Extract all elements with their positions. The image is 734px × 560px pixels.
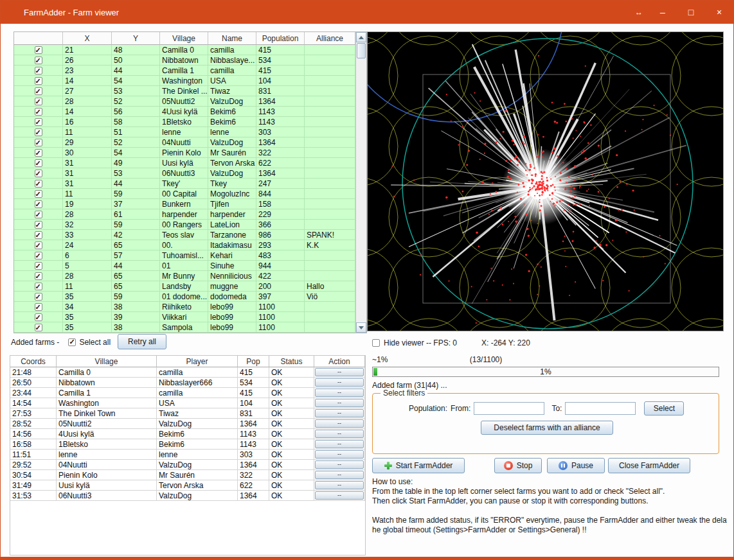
cell-village[interactable]: harpender [160, 209, 208, 220]
cell-name[interactable]: lebo99 [208, 302, 256, 312]
row-action-button[interactable]: -- [315, 389, 364, 397]
stop-button[interactable]: Stop [494, 458, 542, 473]
cell-alliance[interactable] [305, 107, 355, 117]
cell-pop[interactable]: 1143 [238, 429, 269, 439]
table-row[interactable]: 2753The Dinkel ...Tiwaz831 [14, 86, 355, 96]
cell-y[interactable]: 49 [112, 158, 160, 168]
cell-name[interactable]: Tarzanone [208, 230, 256, 240]
cell-x[interactable]: 35 [63, 292, 112, 302]
pause-button[interactable]: Pause [547, 458, 605, 473]
cell-population[interactable]: 1100 [256, 322, 305, 333]
table-row[interactable]: 3438Riihiketolebo991100 [14, 302, 355, 312]
cell-y[interactable]: 52 [112, 96, 160, 107]
row-checkbox[interactable] [35, 313, 42, 321]
cell-y[interactable]: 54 [112, 148, 160, 158]
row-checkbox[interactable] [35, 87, 42, 95]
cell-status[interactable]: OK [269, 450, 314, 460]
cell-alliance[interactable] [305, 96, 355, 107]
cell-x[interactable]: 35 [63, 312, 112, 322]
cell-alliance[interactable] [305, 86, 355, 96]
cell-coords[interactable]: 21:48 [10, 367, 57, 378]
cell-village[interactable]: Nibbatown [160, 55, 208, 66]
cell-village[interactable]: Viikkari [160, 312, 208, 322]
row-checkbox[interactable] [35, 159, 42, 167]
cell-y[interactable]: 59 [112, 220, 160, 230]
row-action-button[interactable]: -- [315, 491, 364, 500]
cell-player[interactable]: USA [157, 398, 238, 408]
cell-alliance[interactable] [305, 250, 355, 261]
cell-x[interactable]: 28 [63, 271, 112, 281]
cell-status[interactable]: OK [269, 480, 314, 491]
cell-alliance[interactable] [305, 55, 355, 66]
cell-village[interactable]: 00 Capital [160, 189, 208, 199]
cell-x[interactable]: 16 [63, 117, 112, 127]
cell-x[interactable]: 26 [63, 55, 112, 66]
cell-x[interactable]: 11 [63, 189, 112, 199]
cell-name[interactable]: lebo99 [208, 322, 256, 333]
table-row[interactable]: 3538Sampolalebo991100 [14, 322, 355, 333]
cell-population[interactable]: 1100 [256, 312, 305, 322]
cell-village[interactable]: 01 [160, 261, 208, 271]
cell-village[interactable]: Camilla 1 [57, 388, 157, 398]
cell-y[interactable]: 58 [112, 117, 160, 127]
cell-name[interactable]: Sinuhe [208, 261, 256, 271]
row-action-button[interactable]: -- [315, 409, 364, 417]
cell-x[interactable]: 31 [63, 179, 112, 189]
cell-player[interactable]: Mr Saurén [157, 470, 238, 480]
cell-population[interactable]: 322 [256, 148, 305, 158]
cell-x[interactable]: 28 [63, 96, 112, 107]
row-checkbox[interactable] [35, 139, 42, 146]
cell-coords[interactable]: 11:51 [10, 450, 57, 460]
table-row[interactable]: 3539Viikkarilebo991100 [14, 312, 355, 322]
cell-y[interactable]: 51 [112, 127, 160, 137]
cell-population[interactable]: 986 [256, 230, 305, 240]
table-row[interactable]: 23:44Camilla 1camilla415OK-- [10, 388, 365, 398]
cell-y[interactable]: 56 [112, 107, 160, 117]
cell-x[interactable]: 19 [63, 199, 112, 209]
cell-y[interactable]: 53 [112, 168, 160, 179]
row-action-button[interactable]: -- [315, 399, 364, 407]
cell-player[interactable]: Tervon Arska [157, 480, 238, 491]
cell-x[interactable]: 31 [63, 158, 112, 168]
cell-player[interactable]: ValzuDog [157, 491, 238, 501]
cell-pop[interactable]: 1364 [238, 419, 269, 429]
cell-x[interactable]: 31 [63, 168, 112, 179]
cell-y[interactable]: 61 [112, 209, 160, 220]
scroll-up-button[interactable] [356, 32, 366, 42]
table-row[interactable]: 16:581BletskoBekim61143OK-- [10, 439, 365, 450]
cell-x[interactable]: 28 [63, 209, 112, 220]
cell-y[interactable]: 50 [112, 55, 160, 66]
row-action-button[interactable]: -- [315, 440, 364, 448]
cell-y[interactable]: 48 [112, 45, 160, 55]
cell-y[interactable]: 53 [112, 86, 160, 96]
cell-pop[interactable]: 1364 [238, 460, 269, 470]
row-action-button[interactable]: -- [315, 419, 364, 428]
row-checkbox[interactable] [35, 108, 42, 116]
cell-y[interactable]: 57 [112, 250, 160, 261]
cell-status[interactable]: OK [269, 398, 314, 408]
row-action-button[interactable]: -- [315, 368, 364, 376]
cell-status[interactable]: OK [269, 470, 314, 480]
table-row[interactable]: 14:564Uusi kyläBekim61143OK-- [10, 429, 365, 439]
cell-village[interactable]: 01 dodome... [160, 292, 208, 302]
cell-name[interactable]: Nibbaslaye... [208, 55, 256, 66]
cell-player[interactable]: Tiwaz [157, 408, 238, 419]
cell-name[interactable]: ValzuDog [208, 168, 256, 179]
cell-alliance[interactable] [305, 189, 355, 199]
cell-player[interactable]: lenne [157, 450, 238, 460]
cell-alliance[interactable] [305, 127, 355, 137]
cell-village[interactable]: 05Nuutti2 [160, 96, 208, 107]
row-checkbox[interactable] [35, 303, 42, 311]
cell-village[interactable]: 05Nuutti2 [57, 419, 157, 429]
cell-village[interactable]: Washington [160, 76, 208, 86]
cell-village[interactable]: 06Nuutti3 [160, 168, 208, 179]
select-all-checkbox[interactable] [68, 338, 76, 346]
cell-village[interactable]: 06Nuutti3 [57, 491, 157, 501]
cell-population[interactable]: 104 [256, 76, 305, 86]
cell-village[interactable]: The Dinkel ... [160, 86, 208, 96]
cell-village[interactable]: Sampola [160, 322, 208, 333]
cell-population[interactable]: 229 [256, 209, 305, 220]
table-row[interactable]: 11:51lennelenne303OK-- [10, 450, 365, 460]
cell-population[interactable]: 534 [256, 55, 305, 66]
cell-village[interactable]: Uusi kylä [57, 480, 157, 491]
